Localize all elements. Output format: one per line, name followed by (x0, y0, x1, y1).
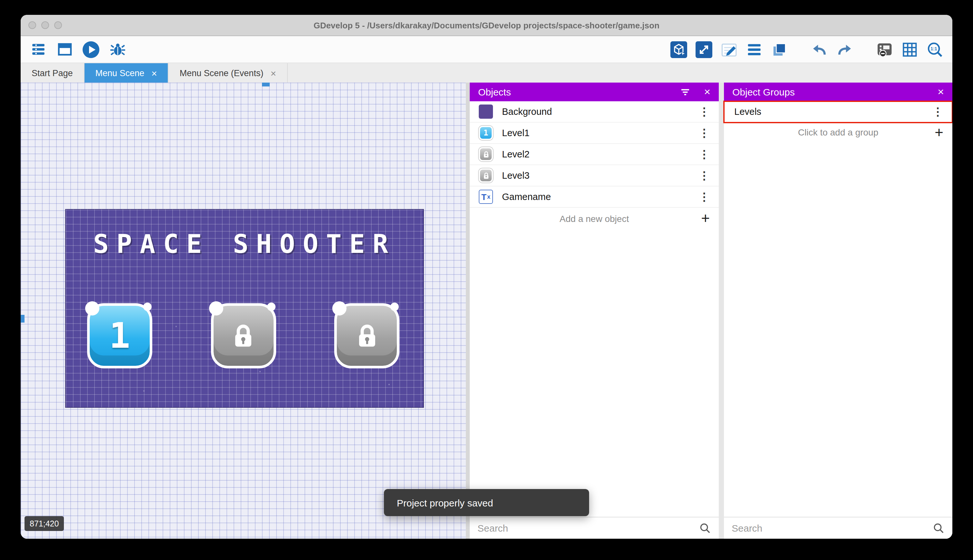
tab-menu-scene[interactable]: Menu Scene × (85, 63, 169, 83)
tab-start-page[interactable]: Start Page (21, 63, 85, 83)
filter-icon[interactable] (680, 86, 691, 98)
editor-content: SPACE SHOOTER 1 (21, 83, 952, 539)
maximize-window-button[interactable] (54, 21, 62, 29)
add-new-object-button[interactable]: Add a new object + (470, 208, 719, 229)
kebab-menu-icon[interactable]: ⋮ (699, 147, 710, 161)
object-row-level1[interactable]: 1 Level1 ⋮ (470, 123, 719, 144)
plus-icon[interactable]: + (935, 125, 943, 140)
kebab-menu-icon[interactable]: ⋮ (699, 105, 710, 118)
plus-icon[interactable]: + (701, 211, 710, 226)
object-row-level2[interactable]: Level2 ⋮ (470, 144, 719, 165)
level2-button-instance[interactable] (211, 303, 276, 368)
background-object-instance[interactable]: SPACE SHOOTER 1 (65, 209, 424, 408)
kebab-menu-icon[interactable]: ⋮ (699, 190, 710, 203)
groups-panel-title: Object Groups (732, 87, 795, 97)
window-title: GDevelop 5 - /Users/dkarakay/Documents/G… (21, 20, 952, 30)
panel-divider[interactable] (719, 83, 724, 539)
search-icon (699, 522, 711, 534)
objects-search-bar (470, 517, 719, 539)
close-panel-icon[interactable]: × (704, 87, 710, 97)
window-controls (21, 21, 62, 29)
canvas-scroll-indicator-left[interactable] (21, 315, 25, 323)
groups-search-input[interactable] (732, 523, 927, 533)
toolbar-right-group: 1:1 (670, 41, 943, 58)
window-titlebar: GDevelop 5 - /Users/dkarakay/Documents/G… (21, 15, 952, 36)
save-toast: Project properly saved (384, 489, 589, 516)
object-name: Level2 (502, 149, 530, 159)
level1-button-instance[interactable]: 1 (87, 303, 152, 368)
add-object-label: Add a new object (560, 213, 629, 223)
tab-label: Menu Scene (95, 68, 145, 78)
project-manager-icon[interactable] (30, 41, 47, 58)
redo-icon[interactable] (836, 41, 853, 58)
debug-icon[interactable] (109, 41, 126, 58)
text-object-icon: Tx (479, 190, 493, 204)
stars-decor (66, 210, 67, 211)
properties-pencil-icon[interactable] (721, 41, 738, 58)
toolbar-left-group (30, 41, 126, 58)
object-groups-panel: Object Groups × Levels ⋮ Click to add a … (724, 83, 952, 539)
undo-icon[interactable] (811, 41, 828, 58)
search-icon (932, 522, 945, 534)
close-tab-icon[interactable]: × (270, 68, 276, 78)
groups-search-bar (724, 517, 952, 539)
background-swatch-icon (479, 105, 493, 119)
instances-list-icon[interactable] (746, 41, 763, 58)
object-name: Level1 (502, 128, 530, 138)
lock-button-icon (479, 168, 493, 183)
kebab-menu-icon[interactable]: ⋮ (699, 169, 710, 182)
panel-divider[interactable] (466, 83, 470, 539)
scene-window-icon[interactable] (56, 41, 73, 58)
preview-play-button[interactable] (83, 41, 99, 58)
play-icon (83, 41, 99, 58)
object-name: Gamename (502, 192, 551, 202)
objects-panel-header: Objects × (470, 83, 719, 101)
zoom-reset-icon[interactable]: 1:1 (926, 41, 943, 58)
level3-button-instance[interactable] (334, 303, 400, 368)
level-buttons-row: 1 (87, 303, 400, 368)
close-tab-icon[interactable]: × (151, 68, 157, 78)
objects-panel: Objects × Background ⋮ 1 Level1 (470, 83, 719, 539)
add-group-button[interactable]: Click to add a group + (724, 123, 952, 142)
scene-canvas[interactable]: SPACE SHOOTER 1 (21, 83, 466, 539)
app-window: GDevelop 5 - /Users/dkarakay/Documents/G… (21, 15, 952, 539)
groups-panel-header: Object Groups × (724, 83, 952, 101)
lock-icon (213, 306, 273, 366)
group-row-levels[interactable]: Levels ⋮ (724, 101, 952, 123)
cursor-coordinates: 871;420 (25, 516, 64, 531)
minimize-window-button[interactable] (41, 21, 49, 29)
scene-title-text[interactable]: SPACE SHOOTER (66, 229, 423, 259)
objects-editor-icon[interactable] (670, 41, 687, 58)
lock-button-icon (479, 147, 493, 161)
object-row-level3[interactable]: Level3 ⋮ (470, 165, 719, 187)
layers-panel-icon[interactable] (771, 41, 788, 58)
level1-number: 1 (109, 315, 130, 356)
group-name: Levels (734, 107, 761, 117)
main-toolbar: 1:1 (21, 36, 952, 63)
window-mask-icon[interactable] (876, 41, 893, 58)
lock-icon (337, 306, 397, 366)
kebab-menu-icon[interactable]: ⋮ (932, 105, 943, 118)
editor-tabbar: Start Page Menu Scene × Menu Scene (Even… (21, 63, 952, 83)
object-name: Background (502, 107, 552, 117)
svg-text:1:1: 1:1 (931, 46, 938, 51)
object-name: Level3 (502, 170, 530, 181)
close-panel-icon[interactable]: × (938, 87, 944, 97)
kebab-menu-icon[interactable]: ⋮ (699, 126, 710, 140)
toast-message: Project properly saved (397, 497, 493, 508)
close-window-button[interactable] (28, 21, 36, 29)
tab-menu-scene-events[interactable]: Menu Scene (Events) × (169, 63, 288, 83)
add-group-label: Click to add a group (798, 127, 878, 137)
canvas-scroll-indicator-top[interactable] (262, 83, 270, 87)
objects-search-input[interactable] (478, 523, 694, 533)
object-row-gamename[interactable]: Tx Gamename ⋮ (470, 187, 719, 208)
tab-label: Start Page (32, 68, 73, 78)
level1-button-icon: 1 (479, 126, 493, 140)
grid-icon[interactable] (901, 41, 918, 58)
instances-editor-icon[interactable] (696, 41, 712, 58)
object-row-background[interactable]: Background ⋮ (470, 101, 719, 123)
desktop-background: GDevelop 5 - /Users/dkarakay/Documents/G… (0, 0, 973, 560)
tab-label: Menu Scene (Events) (180, 68, 263, 78)
objects-panel-title: Objects (478, 87, 511, 97)
